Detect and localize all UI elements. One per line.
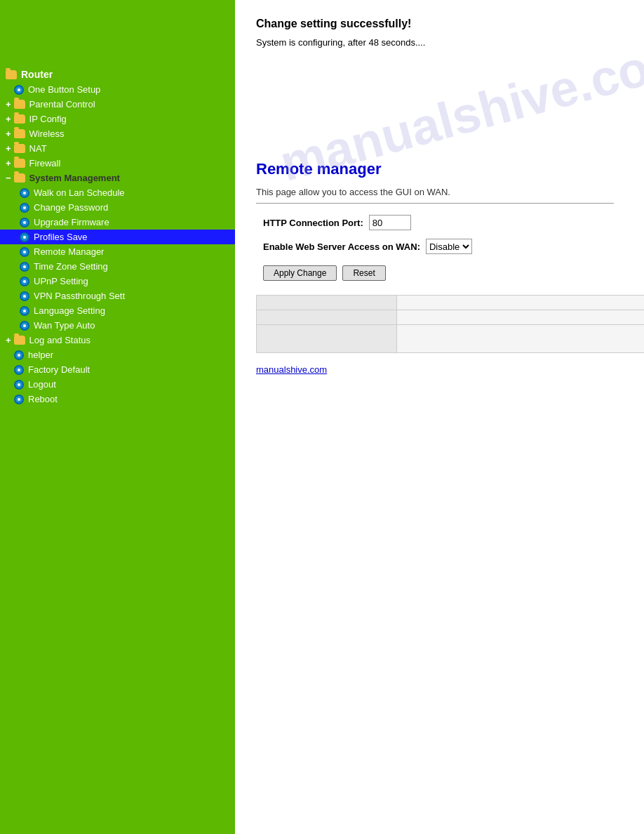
plus-icon: +: [6, 143, 11, 154]
folder-icon: [14, 336, 25, 345]
sidebar-label: Change Password: [34, 202, 108, 213]
table-row: [257, 325, 645, 353]
folder-icon: [14, 129, 25, 138]
folder-icon: [14, 144, 25, 153]
main-content: manualshive.com Change setting successfu…: [235, 0, 644, 834]
folder-icon: [14, 114, 25, 124]
sidebar-label: Profiles Save: [34, 232, 88, 242]
sidebar-label: Logout: [28, 379, 56, 390]
bullet-icon: [20, 291, 29, 301]
folder-icon: [14, 100, 25, 109]
sidebar-item-upgrade-firmware[interactable]: Upgrade Firmware: [0, 215, 235, 230]
folder-icon: [14, 159, 25, 168]
sidebar: Router One Button Setup + Parental Contr…: [0, 0, 235, 834]
wan-access-label: Enable Web Server Access on WAN:: [263, 241, 420, 252]
bullet-icon: [20, 247, 29, 257]
sidebar-item-logout[interactable]: Logout: [0, 377, 235, 392]
sidebar-item-wan-type-auto[interactable]: Wan Type Auto: [0, 318, 235, 333]
folder-icon: [6, 70, 17, 79]
sidebar-item-nat[interactable]: + NAT: [0, 141, 235, 156]
sidebar-item-reboot[interactable]: Reboot: [0, 392, 235, 406]
sidebar-label: Reboot: [28, 394, 58, 404]
divider: [256, 203, 614, 204]
remote-manager-section: Remote manager This page allow you to ac…: [256, 160, 644, 375]
bottom-link[interactable]: manualshive.com: [256, 364, 327, 375]
http-port-label: HTTP Connection Port:: [263, 218, 363, 228]
http-port-row: HTTP Connection Port:: [256, 215, 644, 230]
bullet-icon: [14, 395, 24, 404]
table-row: [257, 296, 645, 310]
sidebar-label: UPnP Setting: [34, 276, 88, 286]
sidebar-label: Time Zone Setting: [34, 261, 108, 272]
sidebar-item-vpn-passthrough[interactable]: VPN Passthrough Sett: [0, 289, 235, 303]
sidebar-label: VPN Passthrough Sett: [34, 291, 125, 301]
minus-icon: −: [6, 173, 11, 183]
bullet-icon: [20, 321, 29, 331]
bullet-icon: [14, 380, 24, 390]
table-cell-right: [396, 296, 644, 310]
plus-icon: +: [6, 114, 11, 124]
bullet-icon: [14, 365, 24, 375]
http-port-input[interactable]: [369, 215, 411, 230]
sidebar-label: Remote Manager: [34, 246, 104, 257]
sidebar-item-change-password[interactable]: Change Password: [0, 200, 235, 215]
sidebar-label: Parental Control: [29, 99, 95, 110]
bullet-icon: [20, 262, 29, 272]
bullet-icon: [20, 306, 29, 316]
sidebar-item-log-and-status[interactable]: + Log and Status: [0, 333, 235, 348]
sidebar-label: Walk on Lan Schedule: [34, 187, 125, 198]
sidebar-item-remote-manager[interactable]: Remote Manager: [0, 244, 235, 259]
bullet-icon: [20, 203, 29, 213]
table-cell-left: [257, 325, 397, 353]
table-row: [257, 310, 645, 325]
sidebar-label: Wireless: [29, 128, 65, 139]
remote-manager-desc: This page allow you to access the GUI on…: [256, 187, 644, 197]
sidebar-label: IP Config: [29, 114, 67, 124]
sidebar-root-label: Router: [21, 69, 53, 80]
remote-manager-title: Remote manager: [256, 160, 644, 178]
sidebar-item-system-management[interactable]: − System Management: [0, 171, 235, 185]
plus-icon: +: [6, 128, 11, 139]
sidebar-label: Factory Default: [28, 364, 90, 375]
bullet-icon: [20, 277, 29, 286]
bullet-icon: [20, 218, 29, 227]
sidebar-item-helper[interactable]: helper: [0, 348, 235, 362]
sidebar-label: NAT: [29, 143, 47, 154]
wan-access-select[interactable]: Disable Enable: [426, 239, 472, 254]
folder-icon: [14, 173, 25, 183]
sidebar-item-firewall[interactable]: + Firewall: [0, 156, 235, 171]
sidebar-label: Wan Type Auto: [34, 320, 95, 331]
bullet-icon: [20, 188, 29, 198]
bottom-table: [256, 295, 644, 353]
table-cell-right: [396, 310, 644, 325]
sidebar-item-router[interactable]: Router: [0, 67, 235, 82]
sidebar-label: Log and Status: [29, 335, 90, 345]
sidebar-item-ip-config[interactable]: + IP Config: [0, 112, 235, 126]
wan-access-row: Enable Web Server Access on WAN: Disable…: [256, 239, 644, 254]
bullet-icon: [14, 350, 24, 360]
sidebar-item-walk-on-lan[interactable]: Walk on Lan Schedule: [0, 185, 235, 200]
table-cell-left: [257, 310, 397, 325]
sidebar-item-factory-default[interactable]: Factory Default: [0, 362, 235, 377]
configuring-text: System is configuring, after 48 seconds.…: [256, 37, 644, 48]
table-cell-left: [257, 296, 397, 310]
sidebar-item-upnp-setting[interactable]: UPnP Setting: [0, 274, 235, 289]
sidebar-item-parental-control[interactable]: + Parental Control: [0, 97, 235, 112]
sidebar-item-wireless[interactable]: + Wireless: [0, 126, 235, 141]
table-cell-right: [396, 325, 644, 353]
bullet-icon: [20, 232, 29, 242]
bullet-icon: [14, 85, 24, 95]
sidebar-item-one-button-setup[interactable]: One Button Setup: [0, 82, 235, 97]
button-row: Apply Change Reset: [256, 265, 644, 281]
sidebar-label: Language Setting: [34, 305, 105, 316]
sidebar-label: Firewall: [29, 158, 61, 168]
success-title: Change setting successfully!: [256, 18, 644, 30]
apply-change-button[interactable]: Apply Change: [263, 265, 337, 281]
sidebar-item-profiles-save[interactable]: Profiles Save: [0, 230, 235, 244]
sidebar-item-language-setting[interactable]: Language Setting: [0, 303, 235, 318]
sidebar-label: helper: [28, 350, 53, 360]
reset-button[interactable]: Reset: [342, 265, 385, 281]
sidebar-item-time-zone-setting[interactable]: Time Zone Setting: [0, 259, 235, 274]
plus-icon: +: [6, 99, 11, 110]
sidebar-label: Upgrade Firmware: [34, 217, 109, 227]
